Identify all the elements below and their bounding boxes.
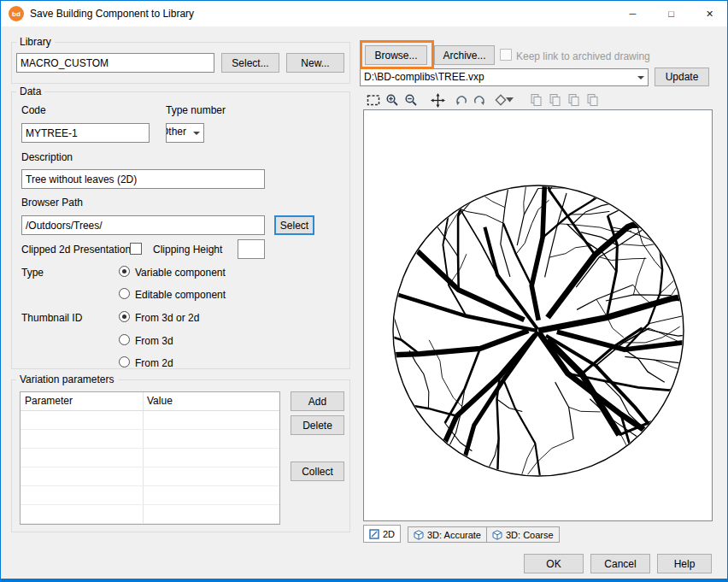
tab-3d-accurate-label: 3D: Accurate	[427, 530, 481, 540]
library-new-button[interactable]: New...	[286, 53, 344, 73]
description-label: Description	[21, 151, 73, 163]
table-row[interactable]	[21, 505, 279, 524]
clipboard-icon-c	[565, 92, 582, 108]
browser-path-input[interactable]	[21, 215, 265, 235]
type-variable-label[interactable]: Variable component	[135, 267, 226, 279]
clipped-2d-checkbox[interactable]	[130, 243, 142, 255]
view-direction-dropdown-icon[interactable]	[504, 92, 514, 108]
archive-path-combo[interactable]: D:\BD-complibs\TREE.vxp	[360, 68, 649, 86]
delete-parameter-button[interactable]: Delete	[291, 415, 344, 435]
type-label: Type	[21, 267, 44, 279]
table-row[interactable]	[21, 411, 279, 430]
thumb-2d-label[interactable]: From 2d	[135, 357, 173, 369]
save-component-dialog: bd Save Building Component to Library ─ …	[0, 0, 728, 582]
preview-viewport[interactable]	[363, 109, 713, 521]
update-button[interactable]: Update	[655, 68, 709, 86]
column-header-value: Value	[147, 395, 173, 407]
minimize-button[interactable]: ─	[614, 1, 652, 26]
help-button[interactable]: Help	[657, 554, 712, 573]
chevron-down-icon	[190, 124, 203, 142]
thumb-3d-radio[interactable]	[119, 334, 130, 345]
maximize-button[interactable]: □	[652, 1, 690, 26]
zoom-in-icon[interactable]	[384, 92, 401, 108]
chevron-down-icon	[634, 69, 648, 85]
tree-preview-drawing	[364, 110, 712, 520]
clipboard-icon-a	[527, 92, 544, 108]
keep-link-label: Keep link to archived drawing	[516, 50, 650, 62]
zoom-out-icon[interactable]	[402, 92, 420, 108]
highlight-annotation	[360, 40, 434, 69]
table-row[interactable]	[21, 486, 279, 505]
clipped-2d-label: Clipped 2d Presentation	[21, 244, 131, 256]
library-name-input[interactable]	[16, 53, 214, 73]
type-number-value: Other	[167, 124, 190, 142]
type-number-combo[interactable]: Other	[166, 123, 204, 143]
archive-path-value: D:\BD-complibs\TREE.vxp	[361, 69, 634, 85]
library-select-button[interactable]: Select...	[221, 53, 279, 73]
cancel-button[interactable]: Cancel	[590, 554, 650, 573]
zoom-window-icon[interactable]	[365, 92, 382, 108]
browser-path-select-button[interactable]: Select	[274, 215, 314, 235]
tab-3d-coarse[interactable]: 3D: Coarse	[486, 526, 560, 543]
tab-2d-label: 2D	[383, 529, 395, 539]
table-row[interactable]	[21, 449, 279, 467]
code-label: Code	[21, 104, 46, 116]
pan-icon[interactable]	[429, 92, 446, 108]
title-bar: bd Save Building Component to Library ─ …	[1, 1, 727, 26]
3d-cube-icon	[414, 530, 424, 540]
type-editable-radio[interactable]	[119, 288, 130, 299]
table-header-row: Parameter Value	[21, 392, 279, 411]
clipboard-icon-b	[546, 92, 563, 108]
window-title: Save Building Component to Library	[30, 8, 194, 20]
clipboard-icon-d	[584, 92, 601, 108]
description-input[interactable]	[21, 169, 265, 189]
column-header-parameter: Parameter	[25, 395, 73, 407]
tab-3d-coarse-label: 3D: Coarse	[506, 530, 554, 540]
thumb-3d-or-2d-radio[interactable]	[119, 311, 130, 322]
type-variable-radio[interactable]	[119, 266, 130, 277]
code-input[interactable]	[21, 123, 150, 143]
type-editable-label[interactable]: Editable component	[135, 289, 226, 301]
archive-button[interactable]: Archive...	[434, 45, 495, 65]
tab-2d[interactable]: 2D	[363, 525, 401, 543]
2d-view-icon	[369, 529, 379, 539]
app-logo-icon: bd	[9, 6, 24, 21]
browser-path-label: Browser Path	[21, 197, 83, 209]
3d-cube-icon	[492, 530, 502, 540]
library-group-label: Library	[16, 36, 55, 48]
tab-3d-accurate[interactable]: 3D: Accurate	[408, 526, 487, 543]
ok-button[interactable]: OK	[524, 554, 584, 573]
table-row[interactable]	[21, 430, 279, 449]
add-parameter-button[interactable]: Add	[291, 391, 344, 411]
thumb-2d-radio[interactable]	[119, 356, 130, 367]
variation-table[interactable]: Parameter Value	[20, 391, 280, 525]
clipping-height-label: Clipping Height	[153, 244, 222, 256]
thumb-3d-label[interactable]: From 3d	[135, 335, 173, 347]
rotate-ccw-icon[interactable]	[453, 92, 470, 108]
rotate-cw-icon[interactable]	[471, 92, 488, 108]
thumbnail-id-label: Thumbnail ID	[21, 312, 82, 324]
keep-link-checkbox	[500, 49, 512, 61]
data-group-label: Data	[16, 85, 44, 97]
table-row[interactable]	[21, 467, 279, 486]
thumb-3d-or-2d-label[interactable]: From 3d or 2d	[135, 312, 199, 324]
close-button[interactable]: ✕	[690, 1, 728, 26]
variation-group-label: Variation parameters	[16, 373, 118, 385]
collect-parameters-button[interactable]: Collect	[291, 461, 344, 481]
type-number-label: Type number	[166, 104, 226, 116]
clipping-height-input[interactable]	[238, 239, 265, 259]
